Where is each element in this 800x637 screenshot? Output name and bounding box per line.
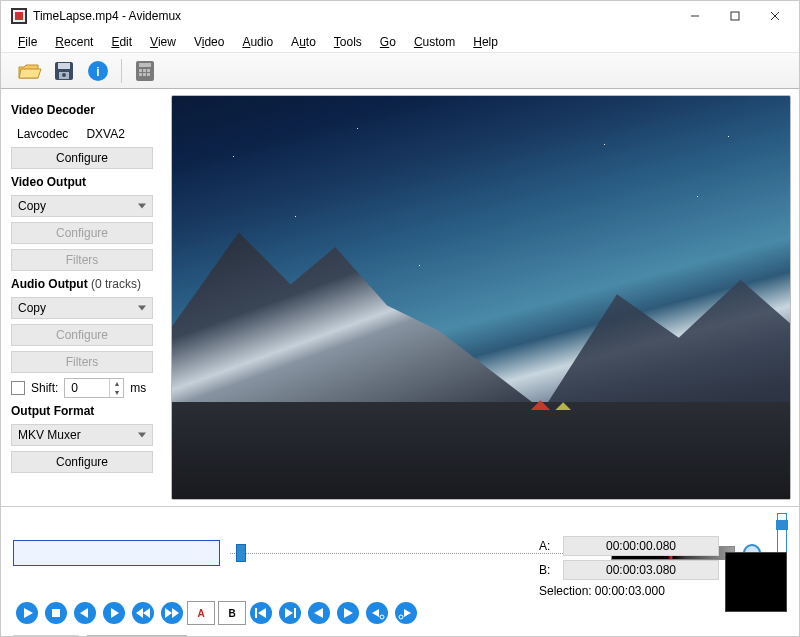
search-left-icon [365,601,389,625]
goto-end-button[interactable] [276,599,304,627]
svg-rect-20 [147,73,150,76]
audio-shift-value: 0 [71,381,78,395]
audio-shift-label: Shift: [31,381,58,395]
maximize-button[interactable] [715,2,755,30]
audio-output-filters-button[interactable]: Filters [11,351,153,373]
video-output-value: Copy [18,199,46,213]
menu-tools[interactable]: Tools [325,33,371,51]
audio-output-select[interactable]: Copy [11,297,153,319]
codec-lavcodec: Lavcodec [17,127,68,141]
menu-view[interactable]: View [141,33,185,51]
menu-recent[interactable]: Recent [46,33,102,51]
spin-up-icon[interactable]: ▲ [110,379,123,388]
goto-a-icon [307,601,331,625]
info-button[interactable]: i [83,56,113,86]
goto-marker-a-button[interactable] [305,599,333,627]
next-black-frame-button[interactable] [392,599,420,627]
output-format-configure-button[interactable]: Configure [11,451,153,473]
svg-text:i: i [96,65,99,79]
menu-edit[interactable]: Edit [102,33,141,51]
calculator-button[interactable] [130,56,160,86]
play-button[interactable] [13,599,41,627]
floppy-disk-icon [53,60,75,82]
audio-shift-checkbox[interactable] [11,381,25,395]
next-frame-button[interactable] [100,599,128,627]
thumbnail-preview [725,552,787,612]
marker-b-value-button[interactable]: 00:00:03.080 [563,560,719,580]
video-decoder-codecs: Lavcodec DXVA2 [11,123,161,147]
audio-output-title: Audio Output (0 tracks) [11,277,161,291]
output-format-value: MKV Muxer [18,428,81,442]
prev-black-frame-button[interactable] [363,599,391,627]
goto-start-icon [249,601,273,625]
set-marker-b-button[interactable]: B [218,601,246,625]
audio-output-configure-button[interactable]: Configure [11,324,153,346]
toolbar-separator [121,59,122,83]
toolbar: i [1,53,799,89]
preview-wrapper [171,89,799,506]
audio-shift-spinner[interactable]: 0 ▲▼ [64,378,124,398]
playback-controls: A B [13,599,787,627]
prev-frame-button[interactable] [71,599,99,627]
svg-rect-15 [139,69,142,72]
goto-end-icon [278,601,302,625]
svg-rect-14 [139,63,151,67]
video-output-title: Video Output [11,175,161,189]
audio-output-value: Copy [18,301,46,315]
next-keyframe-button[interactable] [158,599,186,627]
svg-rect-2 [15,12,23,20]
menu-help[interactable]: Help [464,33,507,51]
menu-file[interactable]: File [9,33,46,51]
app-icon [11,8,27,24]
video-output-configure-button[interactable]: Configure [11,222,153,244]
selection-label: Selection: [539,584,592,598]
goto-b-icon [336,601,360,625]
menu-audio[interactable]: Audio [233,33,282,51]
svg-rect-17 [147,69,150,72]
marker-a-value-button[interactable]: 00:00:00.080 [563,536,719,556]
double-left-icon [131,601,155,625]
close-button[interactable] [755,2,795,30]
menu-auto[interactable]: Auto [282,33,325,51]
video-output-select[interactable]: Copy [11,195,153,217]
arrow-right-icon [102,601,126,625]
audio-output-tracks: (0 tracks) [91,277,141,291]
video-output-filters-button[interactable]: Filters [11,249,153,271]
minimize-button[interactable] [675,2,715,30]
stop-button[interactable] [42,599,70,627]
marker-panel: A: 00:00:00.080 B: 00:00:03.080 Selectio… [539,536,719,598]
goto-marker-b-button[interactable] [334,599,362,627]
audio-output-title-text: Audio Output [11,277,88,291]
svg-rect-19 [143,73,146,76]
timeline-thumb-icon[interactable] [236,544,246,562]
arrow-left-icon [73,601,97,625]
sidebar: Video Decoder Lavcodec DXVA2 Configure V… [1,89,171,506]
open-file-button[interactable] [15,56,45,86]
spin-down-icon[interactable]: ▼ [110,388,123,397]
prev-keyframe-button[interactable] [129,599,157,627]
codec-dxva2: DXVA2 [86,127,124,141]
preview-ground-icon [172,402,790,499]
video-decoder-title: Video Decoder [11,103,161,117]
output-format-select[interactable]: MKV Muxer [11,424,153,446]
svg-rect-4 [731,12,739,20]
menu-custom[interactable]: Custom [405,33,464,51]
video-preview[interactable] [171,95,791,500]
stop-icon [44,601,68,625]
window-title: TimeLapse.mp4 - Avidemux [33,9,675,23]
save-button[interactable] [49,56,79,86]
film-icon [135,60,155,82]
goto-start-button[interactable] [247,599,275,627]
menu-go[interactable]: Go [371,33,405,51]
svg-rect-18 [139,73,142,76]
svg-rect-40 [294,608,296,618]
titlebar: TimeLapse.mp4 - Avidemux [1,1,799,31]
svg-rect-8 [58,63,70,69]
double-right-icon [160,601,184,625]
selection-range-box[interactable] [13,540,220,566]
video-decoder-configure-button[interactable]: Configure [11,147,153,169]
main-area: Video Decoder Lavcodec DXVA2 Configure V… [1,89,799,506]
set-marker-a-button[interactable]: A [187,601,215,625]
menu-video[interactable]: Video [185,33,234,51]
marker-b-label: B: [539,563,555,577]
